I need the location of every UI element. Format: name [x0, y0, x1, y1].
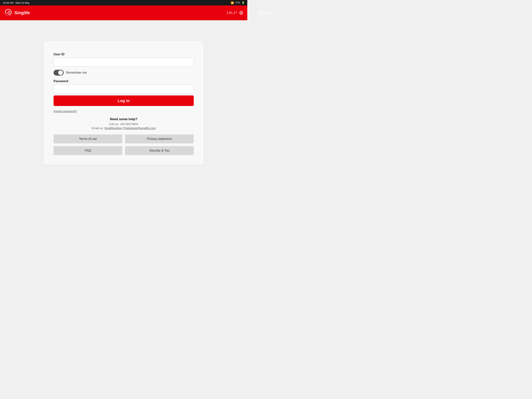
app-header: Singlife EzSub 2.61.17 ⚙ [0, 6, 247, 20]
email-link-1[interactable]: Singlifeonline [104, 126, 122, 130]
security-you-button[interactable]: Security & You [125, 146, 194, 155]
help-email: Email us: Singlifeonline ITHelpdesk@sing… [54, 126, 194, 130]
svg-point-6 [7, 15, 8, 16]
userid-input[interactable] [54, 58, 194, 67]
header-right: 2.61.17 ⚙ [227, 10, 243, 16]
help-phone: Call us: +65 68279955 [54, 122, 194, 126]
svg-point-3 [11, 11, 12, 12]
terms-of-use-button[interactable]: Terms of use [54, 135, 122, 143]
wifi-icon: 📶 [231, 1, 234, 4]
toggle-track [54, 70, 64, 76]
svg-point-8 [5, 13, 6, 13]
help-title: Need some help? [54, 117, 194, 121]
svg-point-5 [9, 15, 10, 16]
svg-point-9 [5, 11, 6, 12]
svg-point-2 [10, 10, 11, 11]
forgot-password-link[interactable]: Forgot password? [54, 109, 77, 113]
version-label: 2.61.17 [227, 11, 237, 15]
svg-point-1 [8, 9, 9, 10]
privacy-statement-button[interactable]: Privacy statement [125, 135, 194, 143]
toggle-thumb [58, 70, 63, 75]
userid-label: User ID [54, 53, 194, 56]
help-section: Need some help? Call us: +65 68279955 Em… [54, 117, 194, 130]
svg-point-10 [6, 9, 7, 10]
brand-name: Singlife [14, 10, 30, 15]
email-link-2[interactable]: ITHelpdesk@singlife.com [122, 126, 156, 130]
settings-gear-icon[interactable]: ⚙ [239, 10, 243, 16]
remember-me-row: Remember me [54, 70, 194, 76]
login-button[interactable]: Log in [54, 96, 194, 106]
date-display: Wed 10 May [15, 1, 30, 4]
svg-point-7 [6, 14, 6, 15]
status-left: 10:58 AM Wed 10 May [3, 1, 30, 4]
email-prefix: Email us: [92, 126, 104, 130]
remember-me-toggle[interactable] [54, 70, 64, 76]
singlife-logo-icon [4, 9, 13, 17]
main-content: User ID Remember me Password Log in Forg… [0, 20, 247, 186]
password-field-group: Password [54, 79, 194, 94]
status-bar: 10:58 AM Wed 10 May 📶 27% 🔋 [0, 0, 247, 6]
password-input[interactable] [54, 84, 194, 94]
brand-logo: Singlife [4, 9, 30, 17]
battery-icon: 🔋 [242, 1, 245, 4]
svg-point-4 [11, 13, 12, 14]
faq-button[interactable]: FAQ [54, 146, 122, 155]
remember-me-label: Remember me [66, 71, 87, 74]
info-buttons-grid: Terms of use Privacy statement FAQ Secur… [54, 135, 194, 155]
password-label: Password [54, 79, 194, 83]
status-right: 📶 27% 🔋 [231, 1, 245, 4]
login-card: User ID Remember me Password Log in Forg… [44, 41, 203, 165]
time-display: 10:58 AM [3, 1, 13, 4]
userid-field-group: User ID [54, 53, 194, 67]
battery-display: 27% [235, 1, 240, 4]
